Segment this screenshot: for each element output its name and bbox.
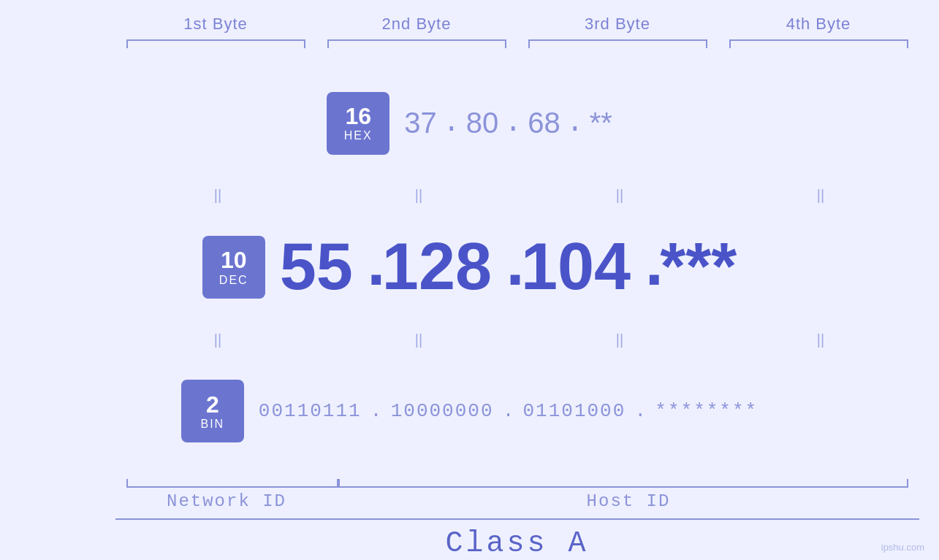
bin-sep-1: . xyxy=(365,400,387,422)
bracket-4 xyxy=(718,39,919,54)
bin-badge: 2 BIN xyxy=(181,380,244,442)
bin-row: 2 BIN 00110111 . 10000000 . 01101000 . *… xyxy=(181,350,758,473)
hex-sep-2: . xyxy=(502,107,524,139)
bottom-section: Network ID Host ID xyxy=(115,473,919,511)
class-row: Class A xyxy=(115,518,919,560)
eq2-b1: || xyxy=(118,329,319,350)
hex-sep-1: . xyxy=(441,107,463,139)
bin-badge-label: BIN xyxy=(201,418,225,431)
byte-label-4: 4th Byte xyxy=(718,15,919,34)
bin-b3: 01101000 xyxy=(523,400,626,422)
host-bracket xyxy=(338,473,919,488)
bracket-2 xyxy=(316,39,517,54)
bin-b1: 00110111 xyxy=(259,400,362,422)
hex-values: 37 . 80 . 68 . ** xyxy=(404,107,612,139)
bin-values: 00110111 . 10000000 . 01101000 . *******… xyxy=(259,400,758,422)
byte-labels-row: 1st Byte 2nd Byte 3rd Byte 4th Byte xyxy=(115,15,919,34)
dec-badge-label: DEC xyxy=(219,274,248,287)
byte-label-3: 3rd Byte xyxy=(517,15,718,34)
eq2-b4: || xyxy=(721,329,921,350)
hex-b4: ** xyxy=(590,107,612,139)
id-labels: Network ID Host ID xyxy=(115,491,919,511)
byte-label-2: 2nd Byte xyxy=(316,15,517,34)
dec-values: 55 . 128 . 104 . *** xyxy=(280,229,737,304)
dec-b1: 55 xyxy=(280,229,353,304)
eq1-b4: || xyxy=(721,185,921,205)
bin-badge-num: 2 xyxy=(206,392,219,418)
hex-b2: 80 xyxy=(466,107,499,139)
bin-b4: ******** xyxy=(655,400,758,422)
watermark: ipshu.com xyxy=(881,542,924,553)
hex-b3: 68 xyxy=(528,107,560,139)
network-bracket xyxy=(115,473,338,488)
dec-sep-1: . xyxy=(357,230,379,304)
eq2-b2: || xyxy=(319,329,520,350)
equals-row-1: || || || || xyxy=(118,185,921,205)
equals-row-2: || || || || xyxy=(118,329,921,350)
bin-sep-3: . xyxy=(629,400,651,422)
dec-badge: 10 DEC xyxy=(202,236,265,299)
eq1-b1: || xyxy=(118,185,319,205)
hex-badge-num: 16 xyxy=(345,104,371,129)
dec-sep-3: . xyxy=(634,230,656,304)
top-bracket-row xyxy=(115,39,919,54)
bracket-3 xyxy=(517,39,718,54)
bracket-1 xyxy=(115,39,316,54)
eq1-b3: || xyxy=(520,185,721,205)
class-label: Class A xyxy=(445,527,588,560)
hex-row: 16 HEX 37 . 80 . 68 . ** xyxy=(327,61,612,185)
hex-sep-3: . xyxy=(564,107,586,139)
dec-row: 10 DEC 55 . 128 . 104 . *** xyxy=(202,205,737,329)
hex-badge-label: HEX xyxy=(344,129,373,142)
main-container: 1st Byte 2nd Byte 3rd Byte 4th Byte 16 H… xyxy=(0,0,939,560)
hex-badge: 16 HEX xyxy=(327,92,389,155)
bin-b2: 10000000 xyxy=(391,400,494,422)
dec-badge-num: 10 xyxy=(221,248,247,273)
bottom-brackets xyxy=(115,473,919,488)
dec-b4: *** xyxy=(660,229,737,304)
bin-sep-2: . xyxy=(498,400,520,422)
byte-label-1: 1st Byte xyxy=(115,15,316,34)
hex-b1: 37 xyxy=(404,107,437,139)
dec-b2: 128 xyxy=(382,229,492,304)
network-id-label: Network ID xyxy=(115,491,338,511)
host-id-label: Host ID xyxy=(338,491,919,511)
eq1-b2: || xyxy=(319,185,520,205)
class-bracket-line xyxy=(115,518,919,520)
dec-sep-2: . xyxy=(495,230,517,304)
dec-b3: 104 xyxy=(521,229,631,304)
eq2-b3: || xyxy=(520,329,721,350)
